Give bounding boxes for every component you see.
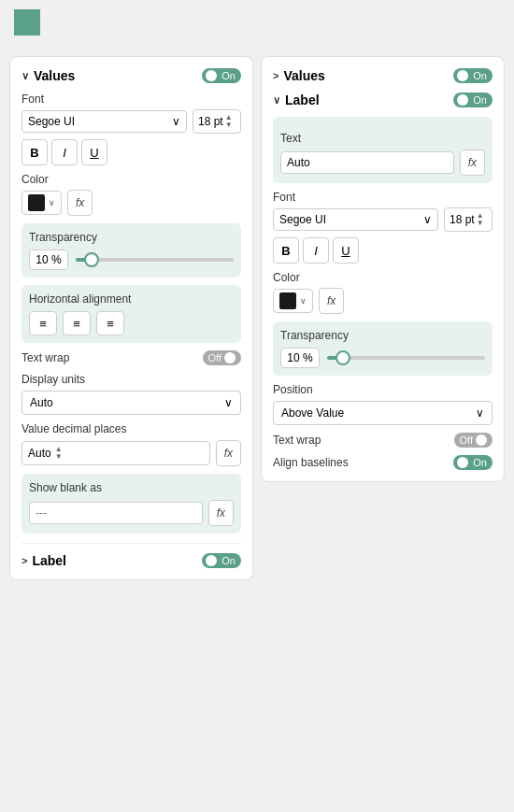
left-label-toggle[interactable]: On	[202, 553, 241, 568]
right-values-toggle[interactable]: On	[453, 68, 493, 83]
toggle-circle	[206, 70, 217, 81]
right-bold-button[interactable]: B	[273, 237, 299, 264]
right-color-chevron: ∨	[300, 296, 307, 306]
right-values-title[interactable]: > Values	[273, 68, 325, 83]
right-color-swatch[interactable]: ∨	[273, 289, 313, 313]
left-label-title[interactable]: > Label	[21, 553, 66, 568]
right-toggle-circle	[457, 70, 468, 81]
right-text-section: Text Auto fx	[273, 117, 493, 183]
left-showblank-row: fx	[29, 500, 234, 526]
left-textwrap-row: Text wrap Off	[21, 350, 241, 365]
left-values-title[interactable]: ∨ Values	[21, 68, 75, 83]
right-label-toggle[interactable]: On	[453, 93, 493, 107]
left-label-toggle-circle	[206, 555, 217, 566]
left-font-name: Segoe UI	[28, 115, 168, 128]
right-textwrap-toggle[interactable]: Off	[454, 433, 493, 448]
left-decimal-fx-button[interactable]: fx	[216, 440, 241, 466]
left-label-chevron[interactable]: >	[21, 555, 27, 566]
left-separator	[21, 543, 241, 544]
right-text-row: Auto fx	[280, 150, 485, 176]
left-underline-button[interactable]: U	[81, 139, 107, 165]
left-format-buttons: B I U	[21, 139, 241, 165]
left-swatch-box	[28, 194, 45, 211]
right-values-header: > Values On	[273, 68, 493, 83]
right-text-field[interactable]: Auto	[280, 151, 454, 174]
right-color-fx-button[interactable]: fx	[319, 288, 344, 314]
right-font-name: Segoe UI	[279, 213, 420, 226]
left-decimal-row: Auto ▲ ▼ fx	[21, 440, 241, 466]
right-color-row: ∨ fx	[273, 288, 493, 314]
right-position-chevron: ∨	[476, 406, 484, 420]
left-font-row: Segoe UI ∨ 18 pt ▲ ▼	[21, 109, 241, 134]
right-alignbaselines-row: Align baselines On	[273, 455, 493, 470]
right-text-label: Text	[280, 132, 485, 145]
left-font-size[interactable]: 18 pt ▲ ▼	[193, 109, 241, 134]
left-decimal-input[interactable]: Auto ▲ ▼	[21, 441, 210, 465]
right-label-toggle-circle	[457, 94, 468, 106]
left-transparency-row: 10 %	[29, 249, 234, 270]
left-showblank-section: Show blank as fx	[21, 474, 241, 534]
right-alignbaselines-toggle[interactable]: On	[453, 455, 493, 470]
left-showblank-input[interactable]	[29, 502, 203, 524]
left-values-chevron[interactable]: ∨	[21, 70, 29, 82]
left-align-center-button[interactable]: ≡	[63, 311, 91, 335]
left-align-left-button[interactable]: ≡	[29, 311, 57, 335]
right-swatch-box	[279, 292, 296, 309]
left-displayunits-chevron: ∨	[224, 396, 233, 409]
right-transparency-section: Transparency 10 %	[273, 321, 493, 376]
left-align-right-button[interactable]: ≡	[96, 311, 124, 335]
right-font-size[interactable]: 18 pt ▲ ▼	[444, 207, 493, 232]
right-position-dropdown[interactable]: Above Value ∨	[273, 401, 493, 425]
left-decimal-spinners[interactable]: ▲ ▼	[55, 446, 63, 461]
right-transparency-row: 10 %	[280, 348, 485, 368]
left-decimal-label: Value decimal places	[21, 422, 241, 435]
left-textwrap-label: Text wrap	[21, 351, 69, 364]
right-textwrap-circle	[476, 434, 487, 446]
left-transparency-label: Transparency	[29, 231, 234, 244]
right-textwrap-label: Text wrap	[273, 434, 321, 447]
right-label-header: ∨ Label On	[273, 93, 493, 107]
left-font-spinners[interactable]: ▲ ▼	[225, 114, 233, 129]
right-panel: > Values On ∨ Label On Text Auto	[261, 56, 505, 482]
left-halign-label: Horizontal alignment	[29, 292, 234, 306]
right-label-title[interactable]: ∨ Label	[273, 93, 320, 107]
right-font-spinners[interactable]: ▲ ▼	[477, 212, 484, 227]
left-font-label: Font	[21, 93, 241, 106]
right-values-chevron[interactable]: >	[273, 70, 278, 81]
left-color-label: Color	[21, 173, 241, 186]
right-alignbaselines-label: Align baselines	[273, 456, 349, 469]
right-label-chevron[interactable]: ∨	[273, 94, 280, 107]
left-showblank-label: Show blank as	[29, 481, 234, 494]
left-font-chevron: ∨	[172, 115, 180, 128]
right-position-label: Position	[273, 383, 493, 396]
left-displayunits-label: Display units	[21, 373, 241, 386]
left-values-toggle[interactable]: On	[202, 68, 241, 83]
right-underline-button[interactable]: U	[333, 237, 359, 264]
left-bold-button[interactable]: B	[21, 139, 48, 165]
left-color-fx-button[interactable]: fx	[67, 190, 93, 216]
left-textwrap-toggle[interactable]: Off	[203, 350, 241, 365]
right-transparency-slider[interactable]	[327, 356, 485, 360]
left-transparency-value[interactable]: 10 %	[29, 249, 68, 270]
left-transparency-slider[interactable]	[76, 258, 234, 262]
right-font-select[interactable]: Segoe UI ∨	[273, 208, 438, 231]
left-displayunits-dropdown[interactable]: Auto ∨	[21, 391, 241, 415]
right-transparency-value[interactable]: 10 %	[280, 348, 320, 368]
left-transparency-section: Transparency 10 %	[21, 223, 241, 278]
left-halign-section: Horizontal alignment ≡ ≡ ≡	[21, 285, 241, 343]
right-alignbaselines-circle	[457, 457, 468, 468]
left-color-swatch[interactable]: ∨	[21, 191, 62, 215]
left-showblank-fx-button[interactable]: fx	[208, 500, 234, 526]
right-font-chevron: ∨	[423, 213, 432, 226]
left-color-chevron: ∨	[49, 198, 55, 207]
right-text-fx-button[interactable]: fx	[460, 150, 485, 176]
right-slider-thumb[interactable]	[336, 350, 350, 365]
left-italic-button[interactable]: I	[51, 139, 78, 165]
right-italic-button[interactable]: I	[303, 237, 329, 264]
right-transparency-label: Transparency	[280, 329, 485, 342]
left-slider-thumb[interactable]	[84, 252, 99, 267]
left-font-select[interactable]: Segoe UI ∨	[21, 110, 187, 133]
right-font-row: Segoe UI ∨ 18 pt ▲ ▼	[273, 207, 493, 232]
right-format-buttons: B I U	[273, 237, 493, 264]
left-values-header: ∨ Values On	[21, 68, 241, 83]
